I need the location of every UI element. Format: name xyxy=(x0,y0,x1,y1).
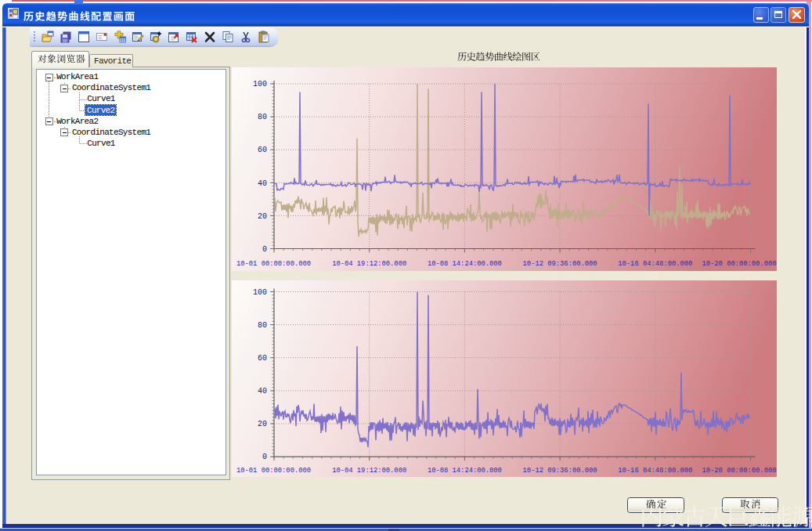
svg-text:10-20 00:00:00.000: 10-20 00:00:00.000 xyxy=(702,467,776,475)
svg-text:60: 60 xyxy=(258,146,267,154)
svg-text:10-16 04:48:00.000: 10-16 04:48:00.000 xyxy=(618,260,692,268)
svg-text:10-04 19:12:00.000: 10-04 19:12:00.000 xyxy=(332,467,406,475)
svg-text:10-04 19:12:00.000: 10-04 19:12:00.000 xyxy=(332,260,406,268)
svg-text:40: 40 xyxy=(258,387,267,396)
svg-text:100: 100 xyxy=(253,287,267,296)
svg-text:100: 100 xyxy=(253,80,267,88)
svg-text:0: 0 xyxy=(262,453,267,461)
svg-text:60: 60 xyxy=(258,353,267,362)
svg-text:10-08 14:24:00.000: 10-08 14:24:00.000 xyxy=(428,467,502,475)
svg-text:80: 80 xyxy=(258,113,267,121)
svg-text:10-08 14:24:00.000: 10-08 14:24:00.000 xyxy=(428,260,502,268)
svg-text:10-16 04:48:00.000: 10-16 04:48:00.000 xyxy=(618,467,692,475)
svg-text:80: 80 xyxy=(258,320,267,329)
svg-text:10-12 09:36:00.000: 10-12 09:36:00.000 xyxy=(523,467,597,475)
svg-text:20: 20 xyxy=(258,212,267,221)
svg-text:10-01 00:00:00.000: 10-01 00:00:00.000 xyxy=(236,260,311,268)
svg-text:10-20 00:00:00.000: 10-20 00:00:00.000 xyxy=(702,260,776,268)
svg-text:0: 0 xyxy=(262,245,267,254)
svg-text:20: 20 xyxy=(258,420,267,428)
svg-text:10-01 00:00:00.000: 10-01 00:00:00.000 xyxy=(236,467,311,475)
svg-text:10-12 09:36:00.000: 10-12 09:36:00.000 xyxy=(523,260,597,268)
svg-text:40: 40 xyxy=(258,179,267,188)
